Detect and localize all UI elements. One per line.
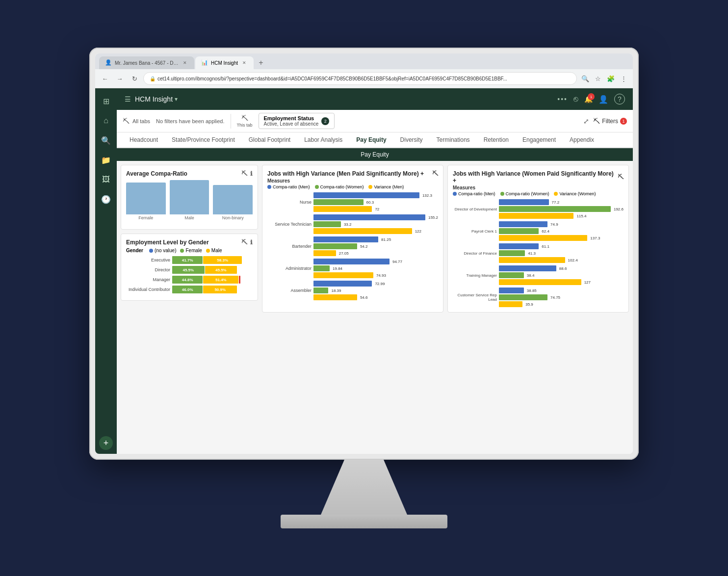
sidebar-add-button[interactable]: + [99, 436, 113, 450]
bart-yellow-value: 27.05 [339, 251, 349, 256]
w-legend-yellow-dot [554, 192, 558, 196]
legend-blue-dot [267, 185, 271, 189]
compa-bar-nonbinary-bar [213, 185, 253, 214]
bartender-label: Bartender [267, 244, 312, 249]
women-paid-measures: Measures Compa-ratio (Men) C [453, 185, 624, 196]
expand-icon[interactable]: ⤢ [583, 117, 589, 125]
forward-button[interactable]: → [114, 73, 126, 84]
bart-yellow-bar [313, 250, 336, 256]
browser-tab-2[interactable]: 📊 HCM Insight ✕ [195, 56, 254, 69]
tab-pay-equity[interactable]: Pay Equity [349, 132, 393, 148]
compa-ratio-bars: Female Male Non-binary [126, 181, 253, 220]
compa-ratio-tools: ⛏ ℹ [241, 170, 253, 177]
url-text: cet14.ultipro.com/ibmcognos/bi/?perspect… [157, 76, 507, 81]
tab-retention[interactable]: Retention [477, 132, 516, 148]
tab-state-province[interactable]: State/Province Footprint [165, 132, 242, 148]
nurse-blue-value: 132.3 [422, 193, 432, 198]
hamburger-icon[interactable]: ☰ [125, 95, 131, 103]
individual-male-pct: 50.9% [214, 288, 226, 292]
compa-ratio-info-icon[interactable]: ℹ [250, 170, 253, 177]
tab2-close[interactable]: ✕ [241, 59, 248, 66]
this-tab-label: This tab [237, 123, 253, 128]
more-options-icon[interactable]: ••• [557, 95, 568, 103]
share-icon[interactable]: ⎋ [573, 95, 578, 104]
tab-appendix[interactable]: Appendix [563, 132, 601, 148]
tab-global-footprint[interactable]: Global Footprint [242, 132, 297, 148]
address-bar[interactable]: 🔒 cet14.ultipro.com/ibmcognos/bi/?perspe… [143, 72, 577, 85]
tab-terminations[interactable]: Terminations [430, 132, 477, 148]
filters-button[interactable]: ⛏ Filters 1 [593, 117, 627, 125]
df-blue-value: 61.1 [542, 244, 549, 249]
legend-label-female: Female [185, 248, 202, 253]
tab-labor-analysis[interactable]: Labor Analysis [297, 132, 349, 148]
header-title-group: HCM Insight ▾ [135, 95, 178, 103]
director-label: Director [126, 267, 170, 272]
legend-dot-female [180, 249, 184, 253]
admin-green-bar [313, 265, 330, 271]
women-paid-legend: Compa-ratio (Men) Compa-ratio (Women) [453, 191, 624, 196]
dd-yellow-value: 115.4 [576, 214, 586, 218]
bookmark-icon[interactable]: ☆ [593, 73, 603, 84]
men-paid-measures-label: Measures [267, 178, 438, 183]
csr-blue-bar [499, 288, 524, 293]
legend-no-value: (no value) [149, 248, 176, 253]
tm-blue-value: 88.6 [559, 266, 567, 271]
charts-grid: Average Compa-Ratio ⛏ ℹ [117, 161, 633, 316]
extensions-icon[interactable]: 🧩 [605, 73, 616, 84]
employment-row-manager: Manager 44.8% 51.4% [126, 276, 253, 284]
browser-tab-1[interactable]: 👤 Mr. James Bana - 4567 - Dem... ✕ [99, 56, 194, 69]
gender-legend: Gender (no value) Female [126, 248, 253, 253]
refresh-button[interactable]: ↻ [129, 73, 140, 84]
nurse-yellow-bar [313, 206, 372, 212]
employment-info-icon[interactable]: ℹ [250, 239, 253, 246]
browser-menu-icon[interactable]: ⋮ [618, 73, 629, 84]
user-profile-icon[interactable]: 👤 [598, 95, 608, 104]
sidebar-icon-grid[interactable]: ⊞ [97, 92, 115, 110]
notification-bell[interactable]: 🔔 1 [584, 95, 593, 103]
sidebar-icon-clock[interactable]: 🕐 [97, 190, 115, 208]
employment-status-title: Employment Status [264, 115, 319, 121]
variance-row-nurse: Nurse 132.3 [267, 192, 438, 212]
legend-dot-male [206, 249, 210, 253]
women-paid-filter-icon[interactable]: ⛏ [618, 174, 624, 181]
this-tab-funnel-icon: ⛏ [241, 114, 248, 122]
tab-bar: 👤 Mr. James Bana - 4567 - Dem... ✕ 📊 HCM… [95, 53, 633, 69]
nurse-green-value: 60.3 [366, 200, 374, 205]
left-sidebar: ⊞ ⌂ 🔍 📁 🖼 🕐 + [95, 88, 117, 454]
employment-status-chip[interactable]: Employment Status Active, Leave of absen… [259, 113, 335, 129]
sidebar-icon-image[interactable]: 🖼 [97, 171, 115, 188]
tm-yellow-bar [499, 279, 581, 285]
women-variance-bars: Director of Development 77.2 [453, 199, 624, 307]
employment-level-tools: ⛏ ℹ [241, 239, 253, 246]
new-tab-button[interactable]: + [255, 56, 267, 69]
men-paid-legend-yellow: Variance (Men) [368, 184, 404, 189]
payroll-bars: 74.9 62.4 [499, 221, 624, 241]
tab-engagement[interactable]: Engagement [516, 132, 563, 148]
search-browser-icon[interactable]: 🔍 [580, 73, 591, 84]
tab-diversity[interactable]: Diversity [393, 132, 430, 148]
help-icon[interactable]: ? [614, 94, 625, 105]
employment-filter-icon[interactable]: ⛏ [241, 239, 247, 246]
compa-ratio-filter-icon[interactable]: ⛏ [241, 170, 247, 177]
sidebar-icon-folder[interactable]: 📁 [97, 151, 115, 169]
monitor-base [281, 515, 447, 528]
filters-funnel-icon: ⛏ [593, 117, 600, 125]
compa-bar-female: Female [126, 183, 166, 220]
sidebar-icon-search[interactable]: 🔍 [97, 131, 115, 149]
tab1-close[interactable]: ✕ [182, 59, 188, 66]
dashboard-content: Pay Equity Average Compa-Ratio ⛏ [117, 148, 633, 454]
back-button[interactable]: ← [99, 73, 111, 84]
svc-yellow-value: 122 [415, 229, 421, 234]
compa-bar-male-label: Male [184, 215, 194, 220]
tab1-favicon: 👤 [105, 59, 112, 66]
lock-icon: 🔒 [150, 76, 156, 81]
sidebar-icon-home[interactable]: ⌂ [97, 112, 115, 130]
director-male-pct: 45.5% [215, 268, 227, 272]
individual-female-pct: 46.0% [182, 288, 193, 292]
women-paid-card: Jobs with High Variance (Women Paid Sign… [447, 165, 629, 313]
df-blue-bar [499, 243, 539, 249]
this-tab-filter[interactable]: ⛏ This tab [237, 114, 253, 128]
df-yellow-bar [499, 257, 565, 263]
men-paid-filter-icon[interactable]: ⛏ [432, 170, 438, 177]
tab-headcount[interactable]: Headcount [123, 132, 165, 148]
